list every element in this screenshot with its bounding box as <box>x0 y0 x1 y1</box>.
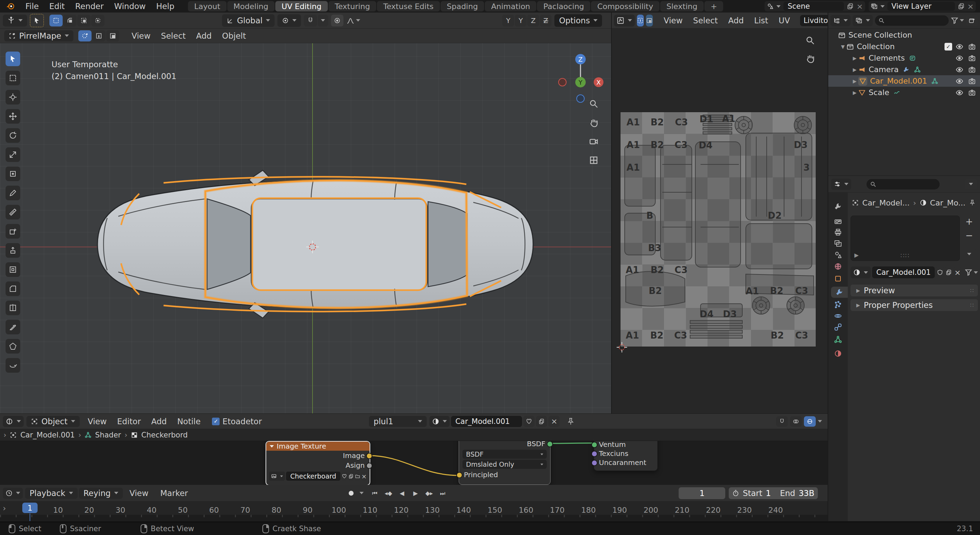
end-value[interactable]: 33B <box>799 489 815 498</box>
hide-viewport-toggle[interactable] <box>956 77 963 85</box>
outliner-row-camera[interactable]: ▶Camera <box>828 64 980 75</box>
menu-file[interactable]: File <box>20 0 44 13</box>
outliner-search[interactable] <box>875 15 949 26</box>
falloff-dropdown[interactable] <box>346 16 360 25</box>
prev-keyframe-button[interactable]: ◂◆ <box>382 488 395 499</box>
scene-selector[interactable]: Scene × <box>765 1 865 11</box>
input-socket-principled[interactable] <box>456 472 463 478</box>
tab-item[interactable]: + <box>705 1 723 11</box>
breadcrumb-object[interactable]: Car_Model.001 <box>20 431 75 439</box>
hide-render-toggle[interactable] <box>968 89 976 96</box>
navigation-gizmo[interactable]: Z Y X <box>557 51 603 104</box>
node-header[interactable]: Image Texture <box>266 442 369 451</box>
menu-reying[interactable]: Reying <box>79 488 123 499</box>
panel-proper-properties[interactable]: ▶ Proper Properties ∷ <box>851 299 978 311</box>
disclosure-icon[interactable]: ▼ <box>839 44 846 50</box>
menu-view[interactable]: View <box>124 485 154 501</box>
mirror-z-button-2[interactable]: Z <box>527 14 539 27</box>
chevron-down-icon[interactable] <box>818 420 822 423</box>
menu-objelt[interactable]: Objelt <box>217 29 251 43</box>
tab-spading[interactable]: Spading <box>441 1 484 11</box>
properties-tab-constraints[interactable] <box>831 321 845 333</box>
material-browse-dropdown[interactable] <box>851 267 871 278</box>
hide-render-toggle[interactable] <box>968 43 976 51</box>
3d-viewport[interactable]: Global YYZZ Options <box>0 13 611 414</box>
input-socket-displacement[interactable] <box>591 460 598 466</box>
view-layer-name-field[interactable]: View Layer <box>888 2 955 11</box>
menu-add[interactable]: Add <box>723 13 749 28</box>
properties-tab-material[interactable] <box>831 348 845 359</box>
breadcrumb-node[interactable]: Checkerbord <box>141 431 188 439</box>
slot-specials-dropdown[interactable] <box>963 248 976 259</box>
breadcrumb-chevron[interactable]: › <box>3 431 6 439</box>
pan-hand-icon[interactable] <box>589 118 598 128</box>
image-name-field[interactable]: Checkerboard <box>286 472 340 481</box>
copy-icon[interactable] <box>958 3 965 10</box>
select-mode-vertex-button[interactable] <box>49 14 63 27</box>
input-socket-surface[interactable] <box>591 442 598 448</box>
hide-render-toggle[interactable] <box>968 77 976 85</box>
select-mode-edge-button[interactable] <box>63 14 76 27</box>
properties-tab-modifiers[interactable] <box>831 287 848 298</box>
add-slot-button[interactable]: + <box>963 216 976 227</box>
outliner-filter-id-dropdown[interactable] <box>853 15 873 26</box>
shader-type-dropdown[interactable]: Object <box>27 416 80 427</box>
next-keyframe-button[interactable]: ◆▸ <box>423 488 435 499</box>
knife-tool[interactable] <box>6 320 20 334</box>
node-principled-bsdf[interactable]: Principled BSDF BSDF BSDF Dmslaled Only … <box>459 441 550 485</box>
unlink-material-button[interactable]: × <box>954 267 961 278</box>
hide-render-toggle[interactable] <box>968 54 976 62</box>
extrude-region-tool[interactable] <box>6 243 20 258</box>
shading-solid-button[interactable] <box>92 30 105 42</box>
node-image-texture[interactable]: Image Texture Image Asign Checkerboard <box>266 441 370 485</box>
auto-keying-button[interactable] <box>345 488 357 499</box>
fake-user-button[interactable] <box>341 472 347 481</box>
current-frame-marker[interactable]: 1 <box>22 503 38 513</box>
disclosure-icon[interactable]: ▶ <box>851 90 858 96</box>
tab-textuse-edits[interactable]: Textuse Edits <box>377 1 440 11</box>
menu-select[interactable]: Select <box>156 29 191 43</box>
squiggle-icon[interactable] <box>893 89 900 96</box>
unlink-material-button[interactable]: × <box>549 416 560 427</box>
outliner-row-scene-collection[interactable]: Scene Collection <box>828 29 980 41</box>
ortho-grid-icon[interactable] <box>589 155 598 165</box>
outliner-row-clements[interactable]: ▶Clements <box>828 52 980 64</box>
menu-list[interactable]: List <box>749 13 773 28</box>
menu-select[interactable]: Select <box>688 13 723 28</box>
outliner-display-mode-dropdown[interactable] <box>830 15 851 26</box>
disclosure-icon[interactable]: ▶ <box>851 67 858 72</box>
uv-sticky-mode-button[interactable] <box>646 14 653 27</box>
editor-type-button[interactable] <box>3 14 27 27</box>
uv-select-mode-button[interactable] <box>637 14 644 27</box>
image-browse-dropdown[interactable] <box>269 472 285 481</box>
hide-viewport-toggle[interactable] <box>956 43 963 51</box>
mod-icon[interactable] <box>909 55 916 62</box>
disclosure-icon[interactable]: ▶ <box>851 55 858 61</box>
copy-material-button[interactable] <box>945 267 953 278</box>
preview-toggle-button[interactable] <box>804 416 816 427</box>
menu-view[interactable]: View <box>83 414 112 429</box>
rotate-tool[interactable] <box>6 128 20 143</box>
transform-orientation-dropdown[interactable]: Global <box>222 14 275 27</box>
play-button[interactable]: ▶ <box>409 488 422 499</box>
snap-settings-dropdown[interactable] <box>318 14 328 27</box>
options-dropdown[interactable]: Options <box>554 14 602 27</box>
transform-tool[interactable] <box>6 166 20 181</box>
menu-help[interactable]: Help <box>151 0 180 13</box>
properties-tab-object-data[interactable] <box>831 334 845 345</box>
properties-tab-tool[interactable] <box>831 201 845 212</box>
zoom-icon[interactable] <box>589 99 598 109</box>
remove-slot-button[interactable]: − <box>963 230 976 241</box>
inset-faces-tool[interactable] <box>6 262 20 277</box>
mirror-y-button-1[interactable]: Y <box>515 14 527 27</box>
material-filter-dropdown[interactable] <box>965 268 978 276</box>
bsdf-type-select[interactable]: BSDF <box>463 450 547 459</box>
view-layer-selector[interactable]: View Layer × <box>869 1 976 11</box>
measure-tool[interactable] <box>6 205 20 219</box>
mirror-z-button-3[interactable]: Z <box>540 14 552 27</box>
hide-render-toggle[interactable] <box>968 66 976 73</box>
blender-logo-icon[interactable] <box>5 2 17 11</box>
disclosure-icon[interactable]: ▶ <box>851 78 858 84</box>
cursor-tool[interactable] <box>6 90 20 104</box>
properties-editor-type-button[interactable] <box>831 179 851 190</box>
